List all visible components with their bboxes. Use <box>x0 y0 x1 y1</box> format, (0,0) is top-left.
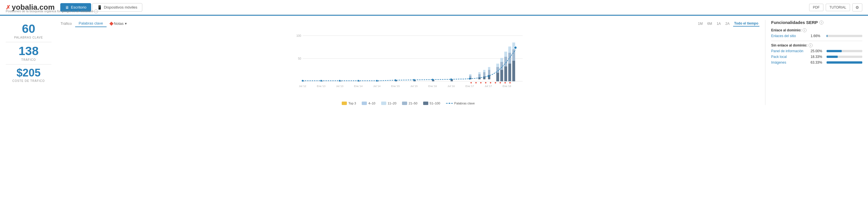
legend-11-20-label: 11–20 <box>388 102 397 105</box>
chart-container: 100 50 Jul.'12 Ene.'13 Jul.'13 Ene.'14 J… <box>57 30 760 99</box>
serp-bar-fill-enlaces-sitio <box>827 35 828 37</box>
tutorial-button[interactable]: TUTORIAL <box>826 4 850 11</box>
svg-text:Ene.'14: Ene.'14 <box>354 85 363 88</box>
chart-area: Tráfico Palabras clave Notas ▾ 1M 6M 1A … <box>57 20 760 105</box>
svg-marker-43 <box>495 82 496 83</box>
filter-todo[interactable]: Todo el tiempo <box>733 21 760 27</box>
svg-marker-44 <box>499 82 501 83</box>
svg-point-68 <box>413 79 415 81</box>
svg-text:Jul.'17: Jul.'17 <box>485 85 492 88</box>
svg-text:Ene.'16: Ene.'16 <box>428 85 437 88</box>
notas-chevron: ▾ <box>125 22 127 26</box>
serp-title: Funcionalidades SERP i <box>771 20 862 25</box>
legend-4-10-label: 4–10 <box>368 102 375 105</box>
serp-panel: Funcionalidades SERP i Enlace al dominio… <box>765 20 862 105</box>
stats-panel: 60 PALABRAS CLAVE 138 TRÁFICO $205 COSTE… <box>6 20 52 105</box>
filter-6m[interactable]: 6M <box>706 21 713 26</box>
svg-rect-30 <box>478 74 480 77</box>
divider <box>771 41 862 41</box>
legend-palabras-line <box>446 103 453 104</box>
svg-marker-41 <box>485 82 487 83</box>
svg-rect-54 <box>504 57 507 66</box>
svg-rect-52 <box>500 58 503 62</box>
serp-bar-bg-imagenes <box>827 61 862 64</box>
svg-rect-34 <box>483 70 486 72</box>
stat-keywords: 60 PALABRAS CLAVE <box>6 20 52 42</box>
serp-link-panel-info[interactable]: Panel de información <box>771 49 808 53</box>
tab-dispositivos-label: Dispositivos móviles <box>104 5 137 9</box>
tab-dispositivos[interactable]: 📱 Dispositivos móviles <box>92 3 142 12</box>
legend-21-50: 21–50 <box>402 102 417 105</box>
legend-top3-label: Top 3 <box>348 102 356 105</box>
tab-palabras-clave[interactable]: Palabras clave <box>75 20 106 27</box>
svg-rect-57 <box>508 53 511 64</box>
serp-pct-imagenes: 63.33% <box>811 61 824 65</box>
tab-escritorio-label: Escritorio <box>71 5 86 9</box>
serp-link-pack-local[interactable]: Pack local <box>771 55 808 59</box>
legend-11-20-color <box>381 102 386 105</box>
svg-marker-39 <box>475 82 477 83</box>
svg-rect-28 <box>469 74 471 76</box>
serp-domain-info-icon[interactable]: i <box>803 28 807 32</box>
svg-text:Jul.'14: Jul.'14 <box>373 85 380 88</box>
info-icon[interactable]: i <box>94 9 98 13</box>
svg-point-66 <box>376 80 378 81</box>
svg-marker-40 <box>480 82 482 83</box>
svg-text:Jul.'12: Jul.'12 <box>299 85 306 88</box>
svg-rect-33 <box>483 72 486 76</box>
svg-point-64 <box>339 80 341 81</box>
pdf-button[interactable]: PDF <box>809 4 824 11</box>
legend-top3: Top 3 <box>342 102 356 105</box>
main-content: 60 PALABRAS CLAVE 138 TRÁFICO $205 COSTE… <box>0 16 868 109</box>
svg-rect-59 <box>512 61 515 81</box>
svg-text:Ene.'17: Ene.'17 <box>465 85 474 88</box>
legend-palabras-label: Palabras clave <box>454 102 475 105</box>
serp-no-domain-info-icon[interactable]: i <box>809 43 813 47</box>
filter-1a[interactable]: 1A <box>715 21 722 26</box>
legend-11-20: 11–20 <box>381 102 397 105</box>
svg-point-62 <box>302 80 303 81</box>
svg-marker-45 <box>504 82 506 83</box>
desktop-icon: 🖥 <box>65 5 69 10</box>
svg-point-71 <box>469 78 471 79</box>
serp-info-icon[interactable]: i <box>819 21 824 25</box>
svg-marker-46 <box>509 82 511 83</box>
svg-rect-31 <box>478 72 480 74</box>
serp-pct-enlaces-sitio: 1.66% <box>811 34 824 38</box>
serp-link-enlaces-sitio[interactable]: Enlaces del sitio <box>771 34 808 38</box>
svg-text:Ene.'18: Ene.'18 <box>503 85 511 88</box>
serp-bar-bg-enlaces-sitio <box>827 35 862 37</box>
svg-text:50: 50 <box>298 57 302 60</box>
serp-pct-panel-info: 25.00% <box>811 49 824 53</box>
legend-21-50-label: 21–50 <box>409 102 417 105</box>
legend-51-100-label: 51–100 <box>430 102 440 105</box>
svg-point-72 <box>488 75 489 77</box>
keywords-label: PALABRAS CLAVE <box>6 36 52 39</box>
serp-row-enlaces-sitio: Enlaces del sitio 1.66% <box>771 34 862 38</box>
notas-label: Notas <box>114 22 124 26</box>
mobile-icon: 📱 <box>97 5 102 10</box>
svg-point-65 <box>358 80 359 81</box>
svg-rect-56 <box>508 64 511 81</box>
serp-bar-fill-pack-local <box>827 56 838 58</box>
svg-rect-27 <box>469 76 471 78</box>
svg-text:100: 100 <box>296 34 301 37</box>
svg-rect-37 <box>488 67 490 70</box>
filter-1m[interactable]: 1M <box>697 21 704 26</box>
tab-trafico[interactable]: Tráfico <box>57 20 75 27</box>
svg-point-63 <box>320 80 322 81</box>
svg-text:Ene.'15: Ene.'15 <box>391 85 400 88</box>
serp-section-domain: Enlace al dominio: i Enlaces del sitio 1… <box>771 28 862 38</box>
time-filters: 1M 6M 1A 2A Todo el tiempo <box>697 21 760 27</box>
legend-51-100: 51–100 <box>423 102 440 105</box>
serp-bar-bg-panel-info <box>827 50 862 52</box>
serp-link-imagenes[interactable]: Imágenes <box>771 61 808 65</box>
tab-notas[interactable]: Notas ▾ <box>106 20 130 27</box>
filter-2a[interactable]: 2A <box>724 21 731 26</box>
svg-rect-58 <box>508 46 511 53</box>
header-subtitle: Posiciones de la búsqueda orgánica for g… <box>6 9 98 13</box>
traffic-label: TRÁFICO <box>6 58 52 61</box>
legend-palabras: Palabras clave <box>446 102 475 105</box>
chart-controls: Tráfico Palabras clave Notas ▾ 1M 6M 1A … <box>57 20 760 27</box>
settings-button[interactable]: ⚙ <box>852 3 862 11</box>
